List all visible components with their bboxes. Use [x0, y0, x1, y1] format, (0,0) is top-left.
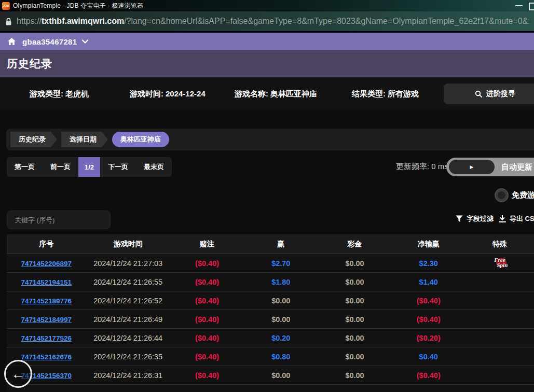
url-text: https://txthbf.awimqwri.com/?lang=cn&hom…	[17, 17, 529, 26]
win-cell: $2.70	[271, 259, 290, 268]
game-time-cell: 2024/12/24 21:26:49	[93, 315, 162, 324]
breadcrumb-select-date[interactable]: 选择日期	[61, 132, 108, 147]
jackpot-cell: $0.00	[345, 353, 364, 361]
url-query: /?lang=cn&homeUrl&isAPP=false&gameType=8…	[124, 17, 529, 25]
table-header-row: 序号游戏时间赌注赢彩金净输赢特殊	[7, 234, 534, 254]
round-id-link[interactable]: 7471452189776	[21, 297, 72, 305]
round-id-link[interactable]: 7471452177526	[21, 334, 72, 342]
game-time-cell: 2024/12/24 21:26:55	[93, 278, 162, 286]
table-row: 7471452156370 2024/12/24 21:26:31 ($0.40…	[7, 366, 534, 385]
table-row: 7471452206897 2024/12/24 21:27:03 ($0.40…	[7, 254, 534, 273]
net-cell: ($0.20)	[417, 334, 441, 342]
game-time-cell: 2024/12/24 21:26:35	[93, 353, 162, 361]
jackpot-cell: $0.00	[345, 259, 364, 268]
advanced-search-button[interactable]: 进阶搜寻	[444, 83, 534, 104]
chevron-down-icon	[82, 39, 88, 44]
column-header: 彩金	[318, 240, 391, 249]
bet-cell: ($0.40)	[195, 259, 219, 268]
net-cell: $0.40	[419, 353, 438, 361]
app-navbar: gbaa35467281	[0, 33, 534, 50]
table-row: 7471452184997 2024/12/24 21:26:49 ($0.40…	[7, 310, 534, 329]
last-page-button[interactable]: 最末页	[136, 157, 172, 177]
minimize-button[interactable]	[511, 0, 527, 11]
auto-refresh-label: 自动更新	[501, 162, 532, 172]
home-icon[interactable]	[7, 37, 16, 46]
filter-game-time: 游戏时间:2024-12-24	[130, 89, 206, 99]
window-controls	[511, 0, 534, 11]
bet-cell: ($0.40)	[195, 315, 219, 324]
refresh-rate-label: 更新频率: 0 ms	[396, 162, 448, 172]
maximize-button[interactable]	[527, 0, 534, 11]
field-filter-label: 字段过滤	[467, 214, 494, 223]
url-domain: txthbf.awimqwri.com	[42, 17, 124, 25]
table-row-partial	[7, 385, 534, 391]
win-cell: $0.80	[271, 353, 290, 361]
filter-game-type-value: 老虎机	[65, 89, 89, 98]
round-id-link[interactable]: 7471452162676	[21, 353, 72, 361]
filter-game-name-label: 游戏名称:	[235, 89, 268, 98]
filter-game-time-label: 游戏时间:	[130, 89, 163, 98]
search-row: 字段过滤 导出 CSV	[0, 211, 534, 229]
game-time-cell: 2024/12/24 21:26:52	[93, 297, 162, 305]
net-cell: $2.30	[419, 259, 438, 268]
window-title: OlympianTemple - JDB 夺宝电子 - 极速浏览器	[13, 2, 143, 10]
filter-result-type-value: 所有游戏	[388, 89, 419, 98]
advanced-search-label: 进阶搜寻	[486, 89, 515, 99]
keyword-search-input[interactable]	[7, 211, 111, 229]
table-row: 7471452194151 2024/12/24 21:26:55 ($0.40…	[7, 273, 534, 291]
net-cell: ($0.40)	[417, 371, 441, 380]
win-cell: $0.00	[271, 297, 290, 305]
field-filter-button[interactable]: 字段过滤	[456, 214, 494, 223]
back-arrow-icon: ←	[11, 366, 25, 382]
jackpot-cell: $0.00	[345, 297, 364, 305]
toggle-knob: ▶	[449, 160, 495, 174]
table-row: 7471452162676 2024/12/24 21:26:35 ($0.40…	[7, 347, 534, 366]
bet-cell: ($0.40)	[195, 371, 219, 380]
filter-bar: 游戏类型:老虎机 游戏时间:2024-12-24 游戏名称:奥林匹亚神庙 结果类…	[0, 78, 534, 109]
free-game-label: 免费游戏	[512, 190, 534, 200]
prev-page-button[interactable]: 前一页	[43, 157, 78, 177]
table-body: 7471452206897 2024/12/24 21:27:03 ($0.40…	[7, 254, 534, 385]
net-cell: ($0.40)	[417, 315, 441, 324]
auto-refresh-toggle[interactable]: ▶ 自动更新	[446, 158, 534, 176]
account-dropdown[interactable]: gbaa35467281	[22, 37, 88, 46]
current-page-indicator: 1/2	[78, 157, 100, 177]
filter-result-type: 结果类型:所有游戏	[352, 89, 419, 99]
filter-game-name: 游戏名称:奥林匹亚神庙	[235, 89, 317, 99]
window-titlebar: JDB OlympianTemple - JDB 夺宝电子 - 极速浏览器	[0, 0, 534, 11]
win-cell: $0.00	[271, 371, 290, 380]
breadcrumb-game-name[interactable]: 奥林匹亚神庙	[112, 132, 169, 147]
column-header: 赢	[244, 240, 318, 249]
column-header: 净输赢	[392, 240, 465, 249]
page-header: 历史纪录	[0, 50, 534, 78]
free-game-radio[interactable]	[495, 188, 509, 202]
column-header: 赌注	[170, 240, 244, 249]
export-csv-button[interactable]: 导出 CSV	[499, 214, 534, 223]
next-page-button[interactable]: 下一页	[100, 157, 136, 177]
round-id-link[interactable]: 7471452194151	[21, 278, 72, 286]
jackpot-cell: $0.00	[345, 315, 364, 324]
round-id-link[interactable]: 7471452206897	[21, 260, 72, 268]
filter-game-type-label: 游戏类型:	[30, 89, 63, 98]
url-scheme: https://	[17, 17, 42, 25]
column-header: 游戏时间	[86, 240, 170, 249]
round-id-link[interactable]: 7471452184997	[21, 316, 72, 324]
win-cell: $0.00	[271, 315, 290, 324]
bet-cell: ($0.40)	[195, 334, 219, 342]
download-icon	[499, 215, 506, 223]
breadcrumb-history[interactable]: 历史纪录	[10, 132, 57, 147]
win-cell: $1.80	[271, 278, 290, 286]
address-bar[interactable]: https://txthbf.awimqwri.com/?lang=cn&hom…	[0, 11, 534, 31]
filter-game-time-value: 2024-12-24	[166, 89, 206, 98]
jdb-browser-icon: JDB	[2, 2, 10, 10]
column-header: 序号	[7, 240, 86, 249]
first-page-button[interactable]: 第一页	[7, 157, 43, 177]
jackpot-cell: $0.00	[345, 334, 364, 342]
filter-game-name-value: 奥林匹亚神庙	[270, 89, 317, 98]
pagination-row: 第一页 前一页 1/2 下一页 最末页 更新频率: 0 ms ▶ 自动更新	[0, 157, 534, 177]
win-cell: $0.20	[271, 334, 290, 342]
table-row: 7471452177526 2024/12/24 21:26:44 ($0.40…	[7, 329, 534, 347]
table-row: 7471452189776 2024/12/24 21:26:52 ($0.40…	[7, 291, 534, 310]
lock-icon	[5, 18, 12, 25]
back-button[interactable]: ←	[4, 360, 32, 388]
